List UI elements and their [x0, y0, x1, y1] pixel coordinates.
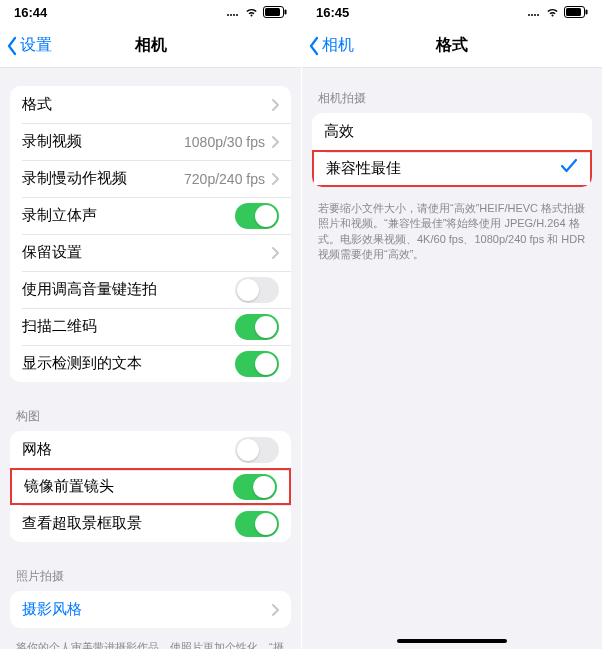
row-label: 查看超取景框取景	[22, 514, 142, 533]
svg-rect-5	[265, 8, 280, 16]
row-label: 摄影风格	[22, 600, 82, 619]
toggle-switch[interactable]	[235, 437, 279, 463]
nav-bar: 设置 相机	[0, 24, 301, 68]
chevron-left-icon	[6, 36, 18, 56]
formats-screen: 16:45 相机 格式 相机拍摄 高效	[301, 0, 602, 649]
svg-point-0	[227, 14, 229, 16]
svg-point-8	[531, 14, 533, 16]
row-label: 网格	[22, 440, 52, 459]
dots-icon	[527, 7, 541, 17]
status-time: 16:44	[14, 5, 47, 20]
svg-rect-12	[566, 8, 581, 16]
row-label: 格式	[22, 95, 52, 114]
row-volume-burst[interactable]: 使用调高音量键连拍	[10, 271, 291, 308]
row-label: 录制视频	[22, 132, 82, 151]
svg-rect-6	[285, 10, 287, 15]
battery-icon	[564, 6, 588, 18]
format-options-group: 高效 兼容性最佳	[312, 113, 592, 187]
svg-point-9	[534, 14, 536, 16]
row-label: 兼容性最佳	[326, 159, 401, 178]
row-label: 显示检测到的文本	[22, 354, 142, 373]
status-bar: 16:44	[0, 0, 301, 24]
row-detail-text: 1080p/30 fps	[184, 134, 265, 150]
toggle-switch[interactable]	[235, 277, 279, 303]
settings-group-capture: 摄影风格	[10, 591, 291, 628]
svg-point-7	[528, 14, 530, 16]
row-detected-text[interactable]: 显示检测到的文本	[10, 345, 291, 382]
row-label: 高效	[324, 122, 354, 141]
section-footer-formats: 若要缩小文件大小，请使用“高效”HEIF/HEVC 格式拍摄照片和视频。“兼容性…	[302, 195, 602, 267]
toggle-switch[interactable]	[235, 351, 279, 377]
battery-icon	[263, 6, 287, 18]
status-bar: 16:45	[302, 0, 602, 24]
section-header-composition: 构图	[0, 404, 301, 431]
content-area: 格式 录制视频 1080p/30 fps 录制慢动作视频 720p/240 fp…	[0, 68, 301, 649]
option-high-efficiency[interactable]: 高效	[312, 113, 592, 150]
back-button[interactable]: 相机	[302, 35, 354, 56]
checkmark-icon	[560, 158, 578, 179]
settings-group-composition: 网格 镜像前置镜头 查看超取景框取景	[10, 431, 291, 542]
home-indicator[interactable]	[397, 639, 507, 643]
svg-point-3	[236, 14, 238, 16]
row-photographic-styles[interactable]: 摄影风格	[10, 591, 291, 628]
wifi-icon	[545, 7, 560, 18]
svg-point-10	[537, 14, 539, 16]
dots-icon	[226, 7, 240, 17]
toggle-switch[interactable]	[235, 314, 279, 340]
row-label: 使用调高音量键连拍	[22, 280, 157, 299]
wifi-icon	[244, 7, 259, 18]
chevron-right-icon	[271, 98, 279, 112]
back-button[interactable]: 设置	[0, 35, 52, 56]
row-record-slomo[interactable]: 录制慢动作视频 720p/240 fps	[10, 160, 291, 197]
section-header-capture: 照片拍摄	[0, 564, 301, 591]
row-grid[interactable]: 网格	[10, 431, 291, 468]
row-label: 镜像前置镜头	[24, 477, 114, 496]
svg-rect-13	[586, 10, 588, 15]
svg-point-1	[230, 14, 232, 16]
svg-point-2	[233, 14, 235, 16]
row-detail-text: 720p/240 fps	[184, 171, 265, 187]
nav-bar: 相机 格式	[302, 24, 602, 68]
row-label: 保留设置	[22, 243, 82, 262]
content-area: 相机拍摄 高效 兼容性最佳 若要缩小文件大小，请使用“高效”HEIF/HEVC …	[302, 68, 602, 649]
row-stereo[interactable]: 录制立体声	[10, 197, 291, 234]
chevron-right-icon	[271, 603, 279, 617]
row-label: 录制立体声	[22, 206, 97, 225]
status-time: 16:45	[316, 5, 349, 20]
row-scan-qr[interactable]: 扫描二维码	[10, 308, 291, 345]
row-record-video[interactable]: 录制视频 1080p/30 fps	[10, 123, 291, 160]
row-formats[interactable]: 格式	[10, 86, 291, 123]
row-preserve-settings[interactable]: 保留设置	[10, 234, 291, 271]
status-icons	[226, 6, 287, 18]
status-icons	[527, 6, 588, 18]
toggle-switch[interactable]	[235, 511, 279, 537]
option-most-compatible[interactable]: 兼容性最佳	[312, 150, 592, 187]
camera-settings-screen: 16:44 设置 相机 格式	[0, 0, 301, 649]
chevron-right-icon	[271, 246, 279, 260]
back-label: 相机	[322, 35, 354, 56]
settings-group-main: 格式 录制视频 1080p/30 fps 录制慢动作视频 720p/240 fp…	[10, 86, 291, 382]
back-label: 设置	[20, 35, 52, 56]
row-mirror-front-camera[interactable]: 镜像前置镜头	[10, 468, 291, 505]
section-header-camera-capture: 相机拍摄	[302, 86, 602, 113]
row-label: 录制慢动作视频	[22, 169, 127, 188]
section-footer-capture: 将你的个人审美带进摄影作品，使照片更加个性化。“摄影风格”使用先进的场景理解技术…	[0, 634, 301, 649]
row-view-outside-frame[interactable]: 查看超取景框取景	[10, 505, 291, 542]
chevron-right-icon	[271, 172, 279, 186]
chevron-left-icon	[308, 36, 320, 56]
row-label: 扫描二维码	[22, 317, 97, 336]
toggle-switch[interactable]	[233, 474, 277, 500]
chevron-right-icon	[271, 135, 279, 149]
toggle-switch[interactable]	[235, 203, 279, 229]
